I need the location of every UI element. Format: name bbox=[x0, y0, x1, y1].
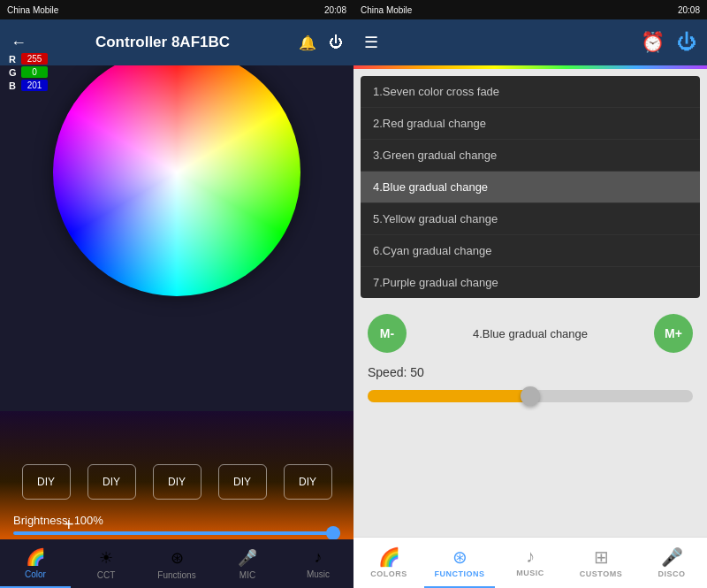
rnav-colors[interactable]: 🌈 COLORS bbox=[354, 538, 424, 588]
left-header: ← Controller 8AF1BC 🔔 ⏻ bbox=[0, 19, 354, 65]
g-label: G bbox=[9, 67, 18, 78]
color-icon: 🌈 bbox=[26, 547, 45, 567]
brightness-fill bbox=[13, 531, 340, 535]
function-item-3[interactable]: 3.Green gradual change bbox=[361, 140, 700, 172]
m-plus-button[interactable]: M+ bbox=[654, 314, 693, 353]
nav-mic[interactable]: 🎤 MIC bbox=[212, 539, 283, 588]
function-item-4[interactable]: 4.Blue gradual change bbox=[361, 172, 700, 203]
disco-icon: 🎤 bbox=[661, 546, 683, 568]
speed-section: Speed: 50 bbox=[354, 362, 707, 415]
colors-icon: 🌈 bbox=[378, 546, 400, 568]
rnav-customs[interactable]: ⊞ CUSTOMS bbox=[566, 538, 636, 588]
control-row: M- 4.Blue gradual change M+ bbox=[354, 305, 707, 362]
brightness-slider[interactable] bbox=[13, 531, 340, 535]
function-item-5[interactable]: 5.Yellow gradual change bbox=[361, 203, 700, 235]
rnav-disco[interactable]: 🎤 DISCO bbox=[636, 538, 707, 588]
music-rnav-label: MUSIC bbox=[516, 569, 544, 577]
functions-list: 1.Seven color cross fade 2.Red gradual c… bbox=[361, 76, 700, 298]
b-label: B bbox=[9, 80, 18, 91]
music-icon: ♪ bbox=[315, 548, 323, 567]
nav-color[interactable]: 🌈 Color bbox=[0, 539, 71, 588]
functions-rnav-icon: ⊛ bbox=[452, 546, 468, 568]
diy-row: DIY DIY DIY DIY DIY bbox=[0, 464, 354, 500]
color-nav-label: Color bbox=[25, 569, 46, 579]
customs-icon: ⊞ bbox=[594, 546, 609, 568]
brightness-label: Brightness: 100% bbox=[13, 514, 340, 527]
cct-icon: ☀ bbox=[99, 548, 113, 568]
m-minus-button[interactable]: M- bbox=[368, 314, 407, 353]
power-right-icon[interactable]: ⏻ bbox=[677, 31, 696, 54]
r-label: R bbox=[9, 54, 18, 65]
functions-icon: ⊛ bbox=[171, 548, 184, 568]
nav-functions[interactable]: ⊛ Functions bbox=[141, 539, 212, 588]
nav-cct[interactable]: ☀ CCT bbox=[71, 539, 141, 588]
right-time: 20:08 bbox=[678, 5, 700, 15]
music-nav-label: Music bbox=[307, 569, 330, 579]
function-item-2[interactable]: 2.Red gradual change bbox=[361, 108, 700, 140]
diy-btn-5[interactable]: DIY bbox=[284, 464, 332, 500]
right-bottom-nav: 🌈 COLORS ⊛ FUNCTIONS ♪ MUSIC ⊞ CUSTOMS 🎤… bbox=[354, 537, 707, 588]
function-item-6[interactable]: 6.Cyan gradual change bbox=[361, 235, 700, 267]
left-carrier: China Mobile bbox=[7, 5, 58, 15]
left-bottom-nav: 🌈 Color ☀ CCT ⊛ Functions 🎤 MIC ♪ Music bbox=[0, 539, 354, 588]
alarm-right-icon[interactable]: ⏰ bbox=[641, 31, 665, 54]
diy-btn-2[interactable]: DIY bbox=[87, 464, 136, 500]
speed-label: Speed: 50 bbox=[368, 365, 693, 379]
alarm-icon[interactable]: 🔔 bbox=[299, 34, 316, 51]
speed-thumb[interactable] bbox=[521, 386, 540, 406]
disco-label: DISCO bbox=[658, 569, 685, 578]
colors-label: COLORS bbox=[370, 569, 407, 578]
gradient-bar bbox=[354, 65, 707, 69]
right-carrier: China Mobile bbox=[361, 5, 412, 15]
rgb-r-row: R 255 bbox=[9, 53, 48, 65]
left-panel: China Mobile 20:08 ← Controller 8AF1BC 🔔… bbox=[0, 0, 354, 588]
speed-track[interactable] bbox=[368, 390, 693, 402]
brightness-thumb[interactable] bbox=[326, 526, 340, 540]
left-time: 20:08 bbox=[324, 5, 346, 15]
crosshair: + bbox=[64, 515, 74, 535]
function-display: 4.Blue gradual change bbox=[473, 327, 588, 340]
right-header: ☰ ⏰ ⏻ bbox=[354, 19, 707, 65]
g-value: 0 bbox=[21, 66, 48, 78]
header-icons: 🔔 ⏻ bbox=[299, 34, 343, 51]
function-item-1[interactable]: 1.Seven color cross fade bbox=[361, 76, 700, 108]
customs-label: CUSTOMS bbox=[580, 569, 622, 578]
b-value: 201 bbox=[21, 80, 48, 91]
color-wheel-container[interactable] bbox=[53, 49, 300, 296]
rgb-g-row: G 0 bbox=[9, 66, 48, 78]
hamburger-button[interactable]: ☰ bbox=[364, 33, 378, 52]
functions-rnav-label: FUNCTIONS bbox=[435, 569, 485, 578]
mic-icon: 🎤 bbox=[238, 548, 257, 568]
diy-btn-4[interactable]: DIY bbox=[218, 464, 267, 500]
controller-title: Controller 8AF1BC bbox=[37, 34, 288, 51]
speed-slider-container[interactable] bbox=[368, 386, 693, 406]
power-icon[interactable]: ⏻ bbox=[329, 34, 343, 51]
brightness-row: Brightness: 100% bbox=[0, 514, 354, 535]
diy-btn-3[interactable]: DIY bbox=[153, 464, 201, 500]
diy-btn-1[interactable]: DIY bbox=[22, 464, 71, 500]
rnav-functions[interactable]: ⊛ FUNCTIONS bbox=[424, 538, 495, 588]
right-panel: China Mobile 20:08 ☰ ⏰ ⏻ 1.Seven color c… bbox=[354, 0, 707, 588]
back-button[interactable]: ← bbox=[11, 34, 27, 52]
rgb-values: R 255 G 0 B 201 bbox=[9, 53, 48, 91]
left-status-bar: China Mobile 20:08 bbox=[0, 0, 354, 19]
rgb-b-row: B 201 bbox=[9, 80, 48, 91]
r-value: 255 bbox=[21, 53, 48, 65]
right-header-icons: ⏰ ⏻ bbox=[641, 31, 696, 54]
right-status-bar: China Mobile 20:08 bbox=[354, 0, 707, 19]
nav-music[interactable]: ♪ Music bbox=[283, 539, 354, 588]
color-wheel[interactable] bbox=[53, 49, 300, 296]
speed-fill bbox=[368, 390, 530, 402]
cct-nav-label: CCT bbox=[97, 570, 116, 580]
music-rnav-icon: ♪ bbox=[526, 546, 535, 567]
functions-nav-label: Functions bbox=[157, 570, 195, 580]
mic-nav-label: MIC bbox=[239, 570, 255, 580]
rnav-music[interactable]: ♪ MUSIC bbox=[495, 538, 566, 588]
function-item-7[interactable]: 7.Purple gradual change bbox=[361, 267, 700, 298]
